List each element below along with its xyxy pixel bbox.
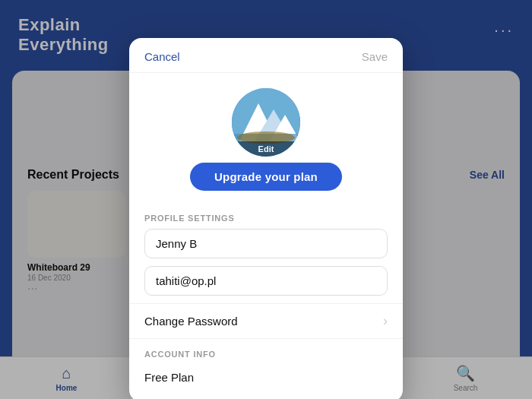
change-password-row[interactable]: Change Password › bbox=[129, 303, 403, 338]
name-field[interactable] bbox=[144, 229, 388, 258]
account-info-section: ACCOUNT INFO Free Plan bbox=[129, 338, 403, 387]
plan-label: Free Plan bbox=[129, 365, 403, 387]
chevron-right-icon: › bbox=[383, 313, 388, 329]
change-password-label: Change Password bbox=[144, 315, 238, 328]
modal-header: Cancel Save bbox=[129, 38, 403, 73]
profile-settings-label: PROFILE SETTINGS bbox=[129, 203, 403, 229]
email-field[interactable] bbox=[144, 266, 388, 296]
upgrade-button[interactable]: Upgrade your plan bbox=[190, 163, 342, 191]
profile-modal: Cancel Save Edit Upgrade yo bbox=[129, 38, 403, 399]
avatar[interactable]: Edit bbox=[232, 88, 300, 157]
avatar-section: Edit Upgrade your plan bbox=[129, 73, 403, 203]
account-info-label: ACCOUNT INFO bbox=[129, 339, 403, 365]
avatar-edit-label[interactable]: Edit bbox=[232, 141, 300, 157]
cancel-button[interactable]: Cancel bbox=[144, 50, 180, 63]
save-button[interactable]: Save bbox=[362, 50, 388, 63]
